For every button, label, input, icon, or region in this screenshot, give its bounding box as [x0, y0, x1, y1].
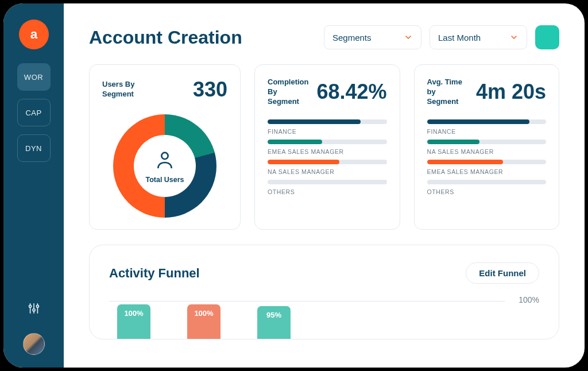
user-icon — [153, 148, 176, 171]
sidebar-item-cap[interactable]: CAP — [17, 99, 51, 126]
funnel-head: Activity Funnel Edit Funnel — [109, 262, 539, 284]
svg-text:a: a — [30, 27, 37, 41]
card-value: 68.42% — [316, 80, 386, 104]
sidebar-item-label: CAP — [25, 109, 41, 117]
segments-select[interactable]: Segments — [324, 25, 421, 49]
svg-point-7 — [36, 305, 38, 307]
bar-fill — [427, 119, 529, 124]
bar-item: FINANCE — [427, 119, 547, 135]
svg-point-8 — [161, 153, 168, 159]
donut-center-label: Total Users — [145, 176, 184, 184]
app-frame: a WOR CAP DYN Account Creation Segmen — [3, 3, 585, 368]
bar-track — [268, 180, 387, 184]
bar-track — [427, 180, 547, 184]
bar-item: FINANCE — [268, 119, 387, 135]
period-select[interactable]: Last Month — [430, 25, 527, 49]
card-value: 330 — [193, 78, 227, 102]
bar-item: EMEA SALES MANAGER — [268, 140, 387, 155]
svg-point-3 — [29, 305, 31, 307]
funnel-title: Activity Funnel — [109, 266, 200, 281]
bar-item: EMEA SALES MANAGER — [427, 160, 547, 175]
card-activity-funnel: Activity Funnel Edit Funnel 100% 100%100… — [89, 245, 559, 339]
bar-fill — [427, 140, 479, 144]
edit-funnel-button[interactable]: Edit Funnel — [466, 262, 539, 284]
funnel-axis-line — [109, 301, 505, 302]
select-value: Segments — [332, 33, 372, 42]
donut-chart-wrap: Total Users — [102, 114, 227, 218]
page-header: Account Creation Segments Last Month — [89, 25, 559, 49]
bar-label: FINANCE — [268, 128, 387, 135]
main-content: Account Creation Segments Last Month Use… — [64, 3, 585, 368]
card-value: 4m 20s — [476, 80, 546, 104]
bar-item: OTHERS — [427, 180, 547, 195]
sidebar-item-label: WOR — [24, 73, 43, 82]
card-head: Avg. Time by Segment 4m 20s — [427, 78, 547, 107]
bar-label: FINANCE — [427, 128, 547, 135]
sidebar-item-label: DYN — [25, 144, 42, 153]
bar-track — [268, 140, 387, 144]
select-value: Last Month — [438, 33, 481, 42]
card-label: Completion By Segment — [268, 78, 310, 107]
bar-label: NA SALES MANAGER — [268, 168, 387, 175]
bar-label: EMEA SALES MANAGER — [268, 148, 387, 155]
logo-a-icon: a — [25, 26, 42, 43]
funnel-bars: 100%100%95% — [117, 304, 291, 339]
card-avg-time-by-segment: Avg. Time by Segment 4m 20s FINANCENA SA… — [414, 64, 560, 230]
card-head: Completion By Segment 68.42% — [268, 78, 387, 107]
sidebar-item-dyn[interactable]: DYN — [17, 134, 51, 162]
bar-item: OTHERS — [268, 180, 387, 195]
bar-track — [427, 140, 547, 144]
settings-icon[interactable] — [28, 302, 40, 317]
user-avatar[interactable] — [23, 333, 45, 355]
bar-item: NA SALES MANAGER — [427, 140, 547, 155]
avgtime-bars: FINANCENA SALES MANAGEREMEA SALES MANAGE… — [427, 119, 547, 195]
card-users-by-segment: Users By Segment 330 Total Users — [89, 64, 241, 230]
chevron-down-icon — [404, 33, 413, 42]
bar-fill — [268, 140, 322, 144]
funnel-bar: 100% — [117, 304, 150, 339]
svg-point-5 — [32, 309, 34, 311]
card-label: Avg. Time by Segment — [427, 78, 469, 107]
page-title: Account Creation — [89, 27, 316, 48]
bar-label: OTHERS — [427, 188, 547, 195]
sidebar-item-wor[interactable]: WOR — [17, 63, 51, 91]
funnel-bar: 95% — [257, 306, 291, 339]
chevron-down-icon — [509, 33, 519, 42]
funnel-axis-label: 100% — [519, 296, 539, 304]
color-chip-button[interactable] — [535, 25, 559, 49]
bar-item: NA SALES MANAGER — [268, 160, 387, 175]
bar-label: OTHERS — [268, 188, 387, 195]
donut-center: Total Users — [113, 114, 216, 218]
bar-fill — [268, 160, 339, 164]
bar-label: EMEA SALES MANAGER — [427, 168, 547, 175]
bar-track — [427, 160, 547, 164]
completion-bars: FINANCEEMEA SALES MANAGERNA SALES MANAGE… — [268, 119, 387, 195]
funnel-bar: 100% — [187, 304, 220, 339]
bar-label: NA SALES MANAGER — [427, 148, 547, 155]
card-head: Users By Segment 330 — [102, 78, 227, 102]
funnel-chart: 100% 100%100%95% — [109, 296, 539, 339]
donut-chart: Total Users — [113, 114, 216, 218]
bar-track — [268, 119, 387, 124]
bar-track — [268, 160, 387, 164]
bar-fill — [427, 160, 504, 164]
sidebar: a WOR CAP DYN — [3, 3, 64, 368]
card-label: Users By Segment — [102, 80, 134, 99]
bar-track — [427, 119, 547, 124]
metric-cards-row: Users By Segment 330 Total Users — [89, 64, 559, 230]
app-logo[interactable]: a — [19, 20, 49, 49]
card-completion-by-segment: Completion By Segment 68.42% FINANCEEMEA… — [254, 64, 400, 230]
bar-fill — [268, 119, 361, 124]
